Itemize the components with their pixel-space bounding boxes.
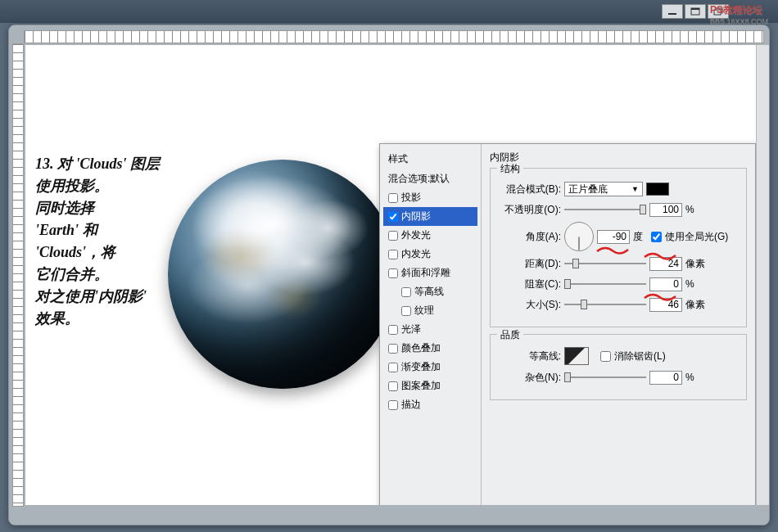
svg-rect-2: [691, 8, 699, 10]
style-item-6[interactable]: 纹理: [383, 301, 477, 320]
structure-group: 结构 混合模式(B): 正片叠底 ▼ 不透明度(O): 100 %: [490, 168, 747, 327]
noise-unit: %: [685, 372, 700, 383]
angle-label: 角度(A):: [497, 230, 561, 244]
style-checkbox[interactable]: [388, 212, 398, 222]
antialias-checkbox[interactable]: [600, 351, 611, 362]
style-item-9[interactable]: 渐变叠加: [383, 358, 477, 376]
style-label: 外发光: [401, 228, 431, 242]
style-label: 图案叠加: [401, 379, 441, 393]
quality-group: 品质 等高线: 消除锯齿(L) 杂色(N): 0 %: [490, 334, 747, 400]
style-item-4[interactable]: 斜面和浮雕: [383, 264, 477, 282]
style-label: 内发光: [401, 247, 431, 261]
style-label: 等高线: [414, 285, 444, 299]
maximize-button[interactable]: [685, 4, 706, 19]
style-item-11[interactable]: 描边: [383, 395, 477, 414]
style-label: 内阴影: [401, 210, 431, 223]
style-label: 颜色叠加: [401, 341, 441, 355]
horizontal-ruler[interactable]: [24, 30, 764, 43]
blend-mode-dropdown[interactable]: 正片叠底 ▼: [564, 182, 643, 196]
style-label: 斜面和浮雕: [401, 266, 450, 280]
angle-unit: 度: [633, 230, 648, 244]
style-item-7[interactable]: 光泽: [383, 320, 477, 339]
blend-mode-label: 混合模式(B):: [497, 183, 561, 196]
style-label: 纹理: [414, 304, 434, 318]
styles-list: 样式 混合选项:默认 投影内阴影外发光内发光斜面和浮雕等高线纹理光泽颜色叠加渐变…: [380, 144, 482, 505]
window-titlebar: [0, 0, 778, 23]
earth-artwork: [168, 160, 397, 389]
choke-label: 阻塞(C):: [497, 277, 561, 291]
style-item-5[interactable]: 等高线: [383, 282, 477, 301]
style-checkbox[interactable]: [388, 381, 398, 391]
distance-unit: 像素: [685, 257, 705, 271]
noise-slider[interactable]: [564, 372, 646, 383]
distance-label: 距离(D):: [497, 257, 561, 271]
style-checkbox[interactable]: [388, 344, 398, 354]
style-checkbox[interactable]: [388, 363, 398, 372]
antialias-label: 消除锯齿(L): [614, 349, 666, 363]
canvas[interactable]: 13. 对 'Clouds' 图层 使用投影。 同时选择 'Earth' 和 '…: [25, 45, 762, 505]
panel-title: 内阴影: [490, 151, 747, 165]
vertical-ruler[interactable]: [12, 43, 24, 507]
handwritten-note: 13. 对 'Clouds' 图层 使用投影。 同时选择 'Earth' 和 '…: [35, 153, 183, 330]
angle-wheel[interactable]: [564, 222, 594, 251]
blending-options-row[interactable]: 混合选项:默认: [383, 169, 477, 188]
choke-unit: %: [685, 278, 700, 290]
style-item-3[interactable]: 内发光: [383, 245, 477, 264]
size-label: 大小(S):: [497, 298, 561, 312]
vertical-scrollbar[interactable]: [756, 45, 769, 505]
color-swatch[interactable]: [646, 183, 669, 196]
opacity-label: 不透明度(O):: [497, 203, 561, 217]
chevron-down-icon: ▼: [631, 185, 639, 193]
contour-picker[interactable]: [564, 347, 589, 365]
global-light-label: 使用全局光(G): [665, 230, 728, 244]
contour-label: 等高线:: [497, 349, 561, 363]
choke-slider[interactable]: [564, 278, 646, 290]
settings-panel: 内阴影 结构 混合模式(B): 正片叠底 ▼ 不透明度(O):: [482, 144, 755, 505]
style-checkbox[interactable]: [401, 306, 411, 316]
svg-rect-0: [668, 13, 676, 15]
style-item-0[interactable]: 投影: [383, 188, 477, 207]
style-label: 投影: [401, 191, 421, 205]
style-label: 描边: [401, 398, 421, 412]
opacity-unit: %: [685, 204, 700, 215]
minimize-button[interactable]: [662, 4, 683, 19]
distance-input[interactable]: 24: [649, 257, 682, 271]
style-item-8[interactable]: 颜色叠加: [383, 339, 477, 358]
document-window: 13. 对 'Clouds' 图层 使用投影。 同时选择 'Earth' 和 '…: [8, 25, 770, 525]
style-checkbox[interactable]: [388, 325, 398, 335]
watermark: PS教程论坛 BBS.16XX8.COM: [710, 3, 768, 25]
choke-input[interactable]: 0: [649, 277, 682, 291]
noise-input[interactable]: 0: [649, 371, 682, 385]
earth-clouds: [168, 160, 397, 389]
opacity-slider[interactable]: [564, 204, 646, 215]
style-checkbox[interactable]: [388, 193, 398, 203]
style-checkbox[interactable]: [401, 287, 411, 297]
quality-title: 品质: [497, 328, 523, 342]
noise-label: 杂色(N):: [497, 371, 561, 385]
style-label: 光泽: [401, 322, 421, 336]
style-checkbox[interactable]: [388, 250, 398, 259]
blend-mode-value: 正片叠底: [568, 183, 608, 196]
distance-slider[interactable]: [564, 258, 646, 269]
size-slider[interactable]: [564, 299, 646, 310]
blending-options-label: 混合选项:默认: [388, 172, 450, 186]
structure-title: 结构: [497, 162, 523, 176]
angle-input[interactable]: -90: [597, 230, 630, 244]
style-checkbox[interactable]: [388, 268, 398, 278]
global-light-checkbox[interactable]: [651, 232, 662, 242]
style-item-10[interactable]: 图案叠加: [383, 376, 477, 395]
style-label: 渐变叠加: [401, 360, 441, 374]
opacity-input[interactable]: 100: [649, 203, 682, 217]
styles-header: 样式: [383, 149, 477, 169]
style-item-2[interactable]: 外发光: [383, 226, 477, 245]
style-checkbox[interactable]: [388, 400, 398, 410]
watermark-line1: PS教程论坛: [710, 4, 762, 16]
style-checkbox[interactable]: [388, 231, 398, 241]
layer-style-dialog: 样式 混合选项:默认 投影内阴影外发光内发光斜面和浮雕等高线纹理光泽颜色叠加渐变…: [379, 143, 756, 505]
size-input[interactable]: 46: [649, 298, 682, 312]
size-unit: 像素: [685, 298, 705, 312]
style-item-1[interactable]: 内阴影: [383, 207, 477, 226]
